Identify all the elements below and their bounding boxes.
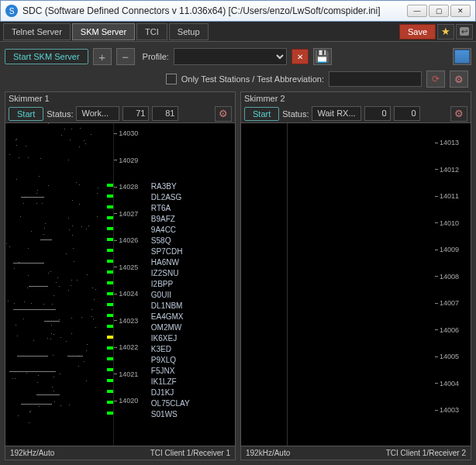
profile-select[interactable] [174,48,287,65]
test-stations-row: Only Test Stations / Test Abbreviation: … [5,70,471,88]
settings-button[interactable]: ⚙ [450,71,468,88]
test-abbreviation-input[interactable] [329,71,422,87]
scale-tick: 14004 [435,380,459,388]
scale-tick: 14006 [435,326,459,334]
scale-tick: 14003 [435,406,459,414]
callsign-label: SP7CDH [151,247,183,256]
scale-tick: 14012 [435,166,459,174]
scale-tick: 14007 [435,299,459,307]
callsign-label: RA3BY [151,182,177,191]
skimmer-2-start-button[interactable]: Start [244,107,279,121]
callsign-label: IK1LZF [151,377,177,386]
scale-tick: 14027 [114,210,138,218]
scale-tick: 14022 [114,343,138,351]
callsign-label: S01WS [151,410,178,418]
gear-icon: ⚙ [454,74,464,85]
callsign-label: HA6NW [151,258,179,267]
skimmer-2-title: Skimmer 2 [241,92,471,105]
maximize-button[interactable]: ▢ [429,5,449,17]
minimize-button[interactable]: — [407,5,427,17]
callsign-label: EA4GMX [151,312,184,321]
save-button[interactable]: Save [399,24,436,40]
tab-setup[interactable]: Setup [169,23,209,40]
photo-icon [454,50,470,64]
callsign-label: RT6A [151,204,171,212]
scale-tick: 14026 [114,236,138,244]
save-profile-button[interactable]: 💾 [313,48,332,65]
callsign-label: OL75CLAY [151,399,190,408]
scale-tick: 14030 [114,129,138,137]
scale-tick: 14025 [114,264,138,271]
callsign-label: DL1NBM [151,301,183,310]
scale-tick: 14029 [114,157,138,164]
scale-tick: 14010 [435,219,459,227]
skimmer-1-panel: Skimmer 1 Start Status: Work... 71 81 ⚙ … [5,91,236,460]
scale-tick: 14009 [435,246,459,253]
tab-skm[interactable]: SKM Server [72,23,135,40]
skimmer-2-panel: Skimmer 2 Start Status: Wait RX... 0 0 ⚙… [240,91,471,460]
skimmer-2-count-1: 0 [364,106,391,121]
delete-profile-button[interactable]: ✕ [291,49,309,64]
callsign-label: I2BPP [151,280,173,288]
callsign-label: OM2MW [151,323,181,332]
skimmer-2-settings-button[interactable]: ⚙ [450,106,467,122]
star-icon: ★ [441,26,450,37]
skimmer-1-count-2: 81 [152,106,178,121]
only-test-stations-checkbox[interactable] [166,74,177,84]
skimmer-1-status-label: Status: [47,109,73,119]
window-titlebar: S SDC (Software Defined Connectors v 11.… [0,0,476,22]
skimmer-1-title: Skimmer 1 [5,92,235,105]
exit-icon: ↩ [460,27,469,36]
skimmer-1-start-button[interactable]: Start [9,107,43,121]
callsign-label: K3ED [151,345,171,353]
skimmer-2-status: Wait RX... [312,106,360,121]
callsign-label: IK6XEJ [151,334,177,343]
scale-tick: 14028 [114,183,138,191]
skimmer-2-waterfall[interactable]: 1401314012140111401014009140081400714006… [241,123,471,446]
test-stations-label: Only Test Stations / Test Abbreviation: [181,74,324,84]
tab-telnet[interactable]: Telnet Server [3,23,71,40]
callsign-label: G0UII [151,291,171,299]
exit-button[interactable]: ↩ [456,24,473,40]
skimmer-2-footer-left: 192kHz/Auto [246,449,290,457]
screenshot-button[interactable] [453,48,471,65]
refresh-button[interactable]: ⟳ [426,71,445,88]
scale-tick: 14021 [114,370,138,378]
callsign-label: 9A4CC [151,226,176,234]
profile-label: Profile: [143,52,169,61]
tab-tci[interactable]: TCI [136,23,167,40]
callsign-label: P9XLQ [151,356,176,364]
add-profile-button[interactable]: + [93,48,112,65]
scale-tick: 14013 [435,139,459,146]
skimmer-1-status: Work... [76,106,119,121]
callsign-label: DJ1KJ [151,388,174,397]
main-tabs: Telnet Server SKM Server TCI Setup Save … [0,22,476,42]
scale-tick: 14023 [114,317,138,325]
skimmer-1-waterfall[interactable]: 1403014029140281402714026140251402414023… [5,123,235,446]
callsign-label: IZ2SNU [151,269,179,277]
scale-tick: 14005 [435,353,459,360]
skimmer-1-footer-right: TCI Client 1/Receiver 1 [150,449,230,457]
skimmer-1-footer-left: 192kHz/Auto [10,449,54,457]
skimmer-1-count-1: 71 [122,106,149,121]
skimmer-2-footer-right: TCI Client 1/Receiver 2 [386,449,466,457]
close-button[interactable]: ✕ [450,5,471,17]
start-skm-server-button[interactable]: Start SKM Server [5,49,88,64]
app-icon: S [5,5,18,17]
scale-tick: 14024 [114,290,138,298]
scale-tick: 14011 [435,192,459,200]
profile-toolbar: Start SKM Server + − Profile: ✕ 💾 [5,46,471,67]
callsign-label: B9AFZ [151,215,175,223]
remove-profile-button[interactable]: − [116,48,135,65]
callsign-label: S58Q [151,236,171,245]
scale-tick: 14008 [435,273,459,281]
skimmer-1-settings-button[interactable]: ⚙ [215,106,232,122]
skimmer-2-count-2: 0 [394,106,420,121]
skimmer-2-status-label: Status: [282,109,309,119]
favorite-button[interactable]: ★ [437,24,454,40]
callsign-label: F5JNX [151,367,175,375]
callsign-label: DL2ASG [151,193,181,202]
window-title: SDC (Software Defined Connectors v 11.03… [22,5,381,16]
scale-tick: 14020 [114,397,138,405]
refresh-icon: ⟳ [432,74,440,84]
